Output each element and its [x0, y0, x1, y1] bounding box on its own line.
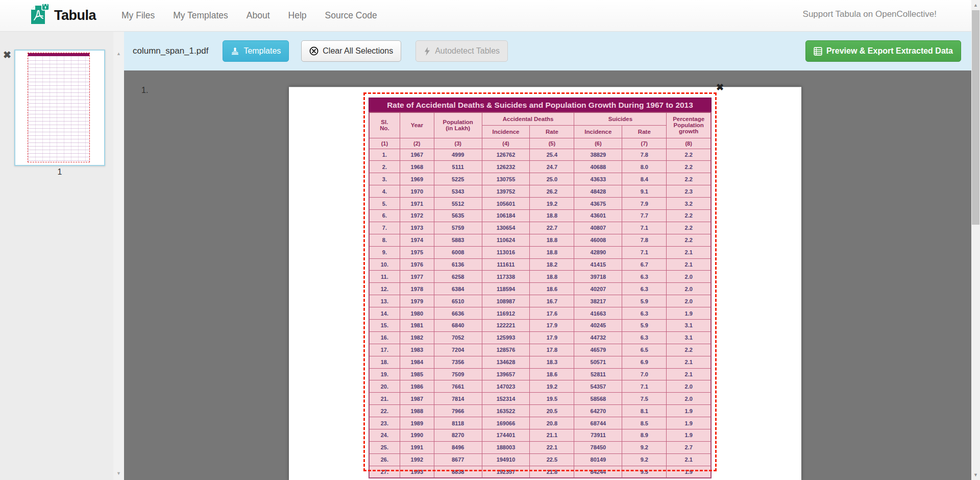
- main-area: column_span_1.pdf Templates Clear All Se…: [124, 32, 971, 480]
- sidebar-scroll-down-icon[interactable]: ▼: [113, 471, 124, 476]
- templates-button[interactable]: Templates: [223, 40, 289, 62]
- scrollbar-thumb[interactable]: [972, 10, 979, 225]
- pdf-page[interactable]: Rate of Accidental Deaths & Suicides and…: [289, 87, 801, 480]
- document-viewer: 1. ✖ Rate of Accidental Deaths & Suicide…: [124, 70, 971, 480]
- nav-item-my-templates[interactable]: My Templates: [164, 5, 237, 26]
- thumbnail-table-selection: [28, 53, 90, 162]
- table-selection-box[interactable]: [363, 92, 717, 471]
- lightning-icon: [424, 47, 431, 56]
- brand-title: Tabula: [54, 8, 96, 23]
- sidebar-thumbnails: ✖ 1 ▲ ▼: [0, 32, 124, 480]
- window-scrollbar[interactable]: ▲ ▼: [971, 0, 980, 480]
- tabula-pdf-logo-icon: [29, 3, 50, 29]
- sidebar-scroll-up-icon[interactable]: ▲: [113, 51, 124, 56]
- navbar: Tabula My FilesMy TemplatesAboutHelpSour…: [0, 0, 971, 32]
- nav-item-help[interactable]: Help: [279, 5, 316, 26]
- nav-item-source-code[interactable]: Source Code: [316, 5, 386, 26]
- scroll-down-icon[interactable]: ▼: [971, 472, 980, 477]
- clear-button-label: Clear All Selections: [323, 46, 393, 56]
- nav-item-my-files[interactable]: My Files: [112, 5, 164, 26]
- brand-link[interactable]: Tabula: [29, 3, 96, 29]
- export-button-label: Preview & Export Extracted Data: [826, 46, 953, 56]
- sidebar-scrollbar[interactable]: ▲ ▼: [113, 32, 124, 480]
- circle-x-icon: [309, 46, 318, 56]
- thumbnail-close-icon[interactable]: ✖: [3, 49, 11, 61]
- table-list-icon: [814, 47, 822, 56]
- autodetect-button-label: Autodetect Tables: [435, 46, 500, 56]
- pdf-filename: column_span_1.pdf: [133, 46, 208, 56]
- page-marker: 1.: [141, 86, 148, 95]
- templates-button-label: Templates: [243, 46, 281, 56]
- clear-all-selections-button[interactable]: Clear All Selections: [301, 40, 401, 62]
- thumbnail-page-number: 1: [14, 167, 105, 177]
- nav-menu: My FilesMy TemplatesAboutHelpSource Code: [112, 5, 386, 26]
- scroll-up-icon[interactable]: ▲: [971, 3, 980, 8]
- page-thumbnail[interactable]: [14, 50, 105, 166]
- preview-export-button[interactable]: Preview & Export Extracted Data: [805, 40, 961, 62]
- stamp-icon: [231, 47, 239, 56]
- support-opencollective-link[interactable]: Support Tabula on OpenCollective!: [803, 9, 937, 19]
- autodetect-tables-button: Autodetect Tables: [415, 40, 508, 62]
- thumbnail-table-banner: [28, 53, 89, 56]
- selection-close-icon[interactable]: ✖: [716, 82, 724, 93]
- toolbar: column_span_1.pdf Templates Clear All Se…: [124, 32, 971, 70]
- nav-item-about[interactable]: About: [237, 5, 279, 26]
